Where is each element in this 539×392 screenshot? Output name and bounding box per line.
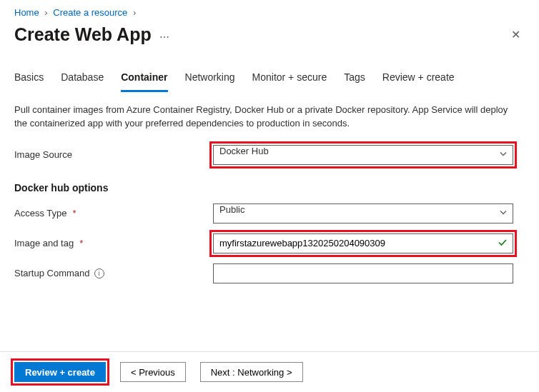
breadcrumb-home[interactable]: Home xyxy=(14,7,39,18)
breadcrumb-create-resource[interactable]: Create a resource xyxy=(53,7,127,18)
section-docker-hub-options: Docker hub options xyxy=(14,182,525,194)
label-image-source: Image Source xyxy=(14,149,213,160)
tab-networking[interactable]: Networking xyxy=(185,67,235,92)
required-asterisk: * xyxy=(72,208,76,218)
page-title: Create Web App xyxy=(14,24,152,44)
footer-actions: Review + create < Previous Next : Networ… xyxy=(0,351,539,392)
image-and-tag-input[interactable] xyxy=(213,233,513,253)
startup-command-input[interactable] xyxy=(213,263,513,283)
tab-tags[interactable]: Tags xyxy=(344,67,365,92)
label-startup-command: Startup Command xyxy=(14,268,90,278)
tab-container[interactable]: Container xyxy=(121,67,167,92)
chevron-right-icon: › xyxy=(44,7,47,18)
tabs: Basics Database Container Networking Mon… xyxy=(14,67,525,92)
tab-basics[interactable]: Basics xyxy=(14,67,44,92)
info-icon[interactable]: i xyxy=(94,268,104,278)
description-text: Pull container images from Azure Contain… xyxy=(14,104,515,131)
review-create-button[interactable]: Review + create xyxy=(14,362,106,382)
next-button[interactable]: Next : Networking > xyxy=(200,362,303,382)
access-type-select[interactable]: Public xyxy=(213,203,513,223)
label-image-and-tag: Image and tag xyxy=(14,238,74,248)
breadcrumb: Home › Create a resource › xyxy=(14,7,525,18)
label-access-type: Access Type xyxy=(14,208,66,218)
tab-database[interactable]: Database xyxy=(61,67,104,92)
image-source-select[interactable]: Docker Hub xyxy=(213,145,513,165)
tab-review-create[interactable]: Review + create xyxy=(382,67,455,92)
chevron-right-icon: › xyxy=(133,7,136,18)
tab-monitor-secure[interactable]: Monitor + secure xyxy=(252,67,327,92)
previous-button[interactable]: < Previous xyxy=(120,362,186,382)
more-icon[interactable]: ⋯ xyxy=(159,31,169,43)
close-icon[interactable]: ✕ xyxy=(507,24,525,46)
required-asterisk: * xyxy=(79,238,83,248)
